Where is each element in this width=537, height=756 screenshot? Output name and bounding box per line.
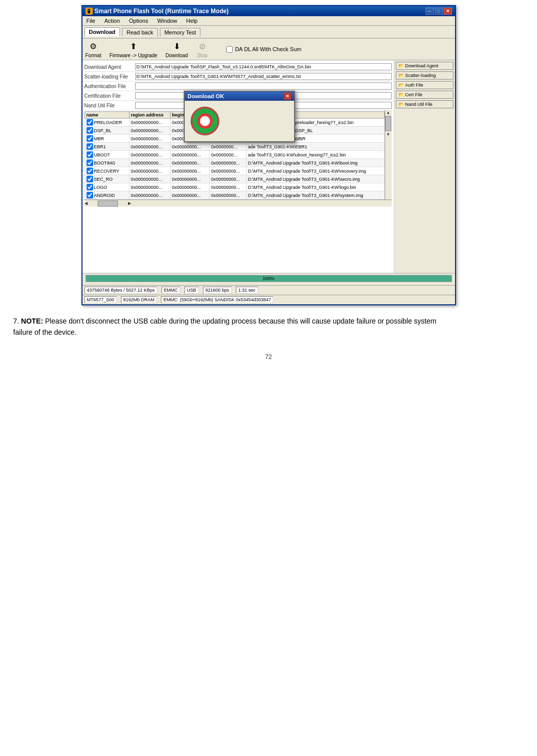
table-cell-path: D:\MTK_Android Upgrade Tool\T3_G901-KW\s… — [246, 175, 384, 183]
table-cell-begin: 0x00000000... — [170, 167, 209, 175]
scatter-loading-btn[interactable]: 📂 Scatter-loading — [396, 71, 453, 79]
download-icon: ⬇ — [171, 40, 183, 52]
row-checkbox[interactable] — [87, 143, 93, 150]
modal-close-button[interactable]: ✕ — [284, 93, 291, 100]
scroll-right-arrow[interactable]: ▶ — [128, 201, 131, 206]
scatter-loading-btn-icon: 📂 — [398, 73, 404, 78]
row-checkbox[interactable] — [87, 168, 93, 174]
menu-window[interactable]: Window — [155, 17, 179, 24]
table-cell-begin: 0x00000000... — [170, 183, 209, 191]
table-cell-name: SEC_RO — [85, 175, 129, 183]
auth-file-btn[interactable]: 📂 Auth File — [396, 81, 453, 89]
nand-util-btn-label: Nand Util File — [405, 102, 433, 107]
row-checkbox[interactable] — [87, 176, 93, 182]
cert-file-btn-label: Cert File — [405, 92, 423, 97]
auth-file-btn-label: Auth File — [405, 83, 424, 88]
download-ok-modal: Download OK ✕ — [184, 91, 295, 142]
tab-memory-test[interactable]: Memory Test — [160, 28, 201, 36]
table-cell-name: EBR1 — [85, 143, 129, 151]
row-name: SEC_RO — [94, 177, 113, 182]
table-cell-end: 0x0000000... — [209, 151, 246, 159]
note-number: 7. — [13, 317, 19, 325]
format-icon: ⚙ — [87, 40, 99, 52]
da-dl-checkbox-area: DA DL All With Check Sum — [226, 46, 301, 53]
cert-file-label: Certification File — [85, 93, 135, 99]
icon-toolbar: ⚙ Format ⬆ Firmware -> Upgrade ⬇ Downloa… — [82, 38, 455, 60]
row-name: DSP_BL — [94, 128, 112, 133]
table-cell-name: PRELOADER — [85, 118, 129, 127]
download-agent-label: Download Agent — [85, 64, 135, 70]
table-cell-path: D:\MTK_Android Upgrade Tool\T3_G901-KW\s… — [246, 191, 384, 200]
nand-util-btn[interactable]: 📂 Nand Util File — [396, 100, 453, 108]
auth-file-row: Authentication File — [85, 82, 392, 91]
download-button[interactable]: ⬇ Download — [166, 40, 188, 58]
dram-status: 8192Mb DRAM — [121, 296, 157, 303]
row-name: UBOOT — [94, 152, 110, 157]
row-checkbox[interactable] — [87, 160, 93, 166]
download-agent-input[interactable] — [135, 63, 392, 70]
da-dl-checkbox[interactable] — [226, 46, 233, 53]
table-cell-region: 0x000000000... — [129, 191, 170, 200]
row-checkbox[interactable] — [87, 184, 93, 190]
cert-file-btn[interactable]: 📂 Cert File — [396, 91, 453, 99]
auth-file-btn-icon: 📂 — [398, 83, 404, 88]
cert-file-btn-icon: 📂 — [398, 92, 404, 97]
table-scrollbar-v[interactable]: ▲ ▼ — [385, 110, 392, 200]
minimize-button[interactable]: ─ — [426, 8, 434, 15]
status-bar-1: 437560746 Bytes / 5027.12 KBps EMMC USB … — [82, 285, 455, 295]
modal-title: Download OK — [188, 93, 224, 99]
window-title: Smart Phone Flash Tool (Runtime Trace Mo… — [95, 8, 229, 15]
table-cell-end: 0x00000000... — [209, 175, 246, 183]
scroll-left-arrow[interactable]: ◀ — [85, 201, 88, 206]
close-button[interactable]: ✕ — [444, 8, 452, 15]
maximize-button[interactable]: □ — [435, 8, 443, 15]
menu-bar: File Action Options Window Help — [82, 16, 455, 26]
auth-file-label: Authentication File — [85, 84, 135, 89]
type-status: EMMC — [161, 287, 181, 294]
table-cell-end: 0x00000000... — [209, 191, 246, 200]
download-agent-btn-icon: 📂 — [398, 63, 404, 68]
chip-status: MT6577_S00 — [85, 296, 117, 303]
row-checkbox[interactable] — [87, 151, 93, 158]
row-checkbox[interactable] — [87, 192, 93, 198]
table-cell-end: 0x00000000... — [209, 183, 246, 191]
tab-download[interactable]: Download — [85, 27, 120, 36]
scroll-down-arrow[interactable]: ▼ — [386, 132, 390, 137]
table-cell-begin: 0x00000000... — [170, 191, 209, 200]
row-name: BOOTIMG — [94, 161, 116, 166]
format-label: Format — [86, 53, 102, 58]
format-button[interactable]: ⚙ Format — [86, 40, 102, 58]
table-cell-path: ade Tool\T3_G901-KW\EBR1 — [246, 143, 384, 151]
modal-content — [185, 101, 294, 141]
table-row: BOOTIMG 0x000000000... 0x00000000... 0x0… — [85, 159, 384, 167]
row-checkbox[interactable] — [87, 127, 93, 134]
menu-help[interactable]: Help — [184, 17, 200, 24]
menu-options[interactable]: Options — [127, 17, 150, 24]
tab-readback[interactable]: Read back — [122, 28, 158, 36]
scatter-loading-input[interactable] — [135, 73, 392, 80]
stop-button[interactable]: ⊘ Stop — [196, 40, 208, 58]
scroll-h-thumb[interactable] — [98, 201, 118, 207]
menu-file[interactable]: File — [85, 17, 98, 24]
table-cell-name: LOGO — [85, 183, 129, 191]
row-checkbox[interactable] — [87, 119, 93, 126]
download-label: Download — [166, 53, 188, 58]
note-text: 7. NOTE: Please don't disconnect the USB… — [5, 305, 461, 348]
scroll-thumb[interactable] — [385, 116, 391, 131]
download-agent-btn[interactable]: 📂 Download Agent — [396, 62, 453, 70]
table-cell-region: 0x000000000... — [129, 175, 170, 183]
table-cell-name: ANDROID — [85, 191, 129, 200]
row-checkbox[interactable] — [87, 135, 93, 142]
row-name: LOGO — [94, 185, 107, 190]
success-circle-icon — [190, 106, 220, 136]
menu-action[interactable]: Action — [102, 17, 122, 24]
progress-bar-outer: 100% — [86, 275, 452, 282]
table-scrollbar-h[interactable]: ◀ ▶ — [85, 200, 392, 207]
auth-file-input[interactable] — [135, 83, 392, 90]
firmware-upgrade-button[interactable]: ⬆ Firmware -> Upgrade — [109, 40, 157, 58]
table-cell-end: 0x0000000... — [209, 143, 246, 151]
scroll-up-arrow[interactable]: ▲ — [386, 110, 390, 115]
window-controls: ─ □ ✕ — [426, 8, 452, 15]
table-cell-region: 0x000000000... — [129, 183, 170, 191]
stop-icon: ⊘ — [196, 40, 208, 52]
